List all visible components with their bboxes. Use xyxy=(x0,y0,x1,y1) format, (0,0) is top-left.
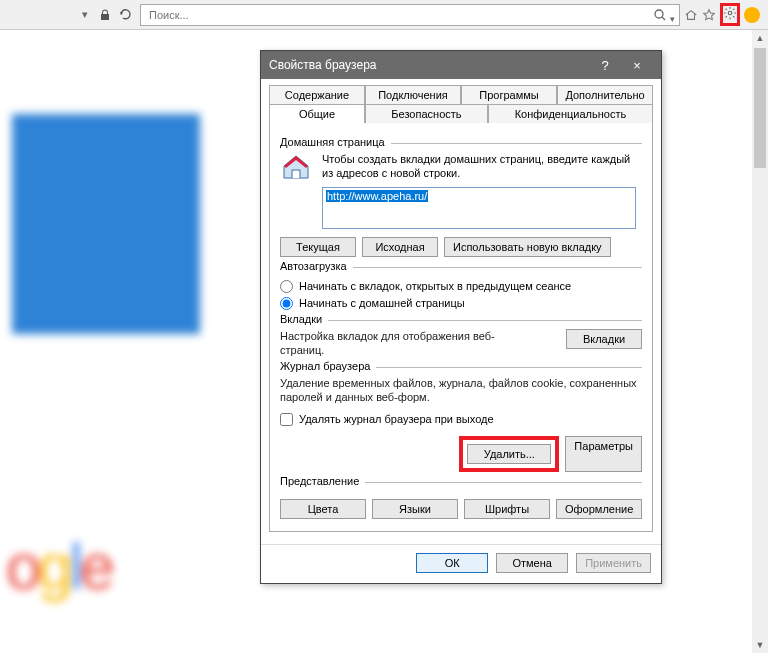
help-button[interactable]: ? xyxy=(589,51,621,79)
tab-privacy[interactable]: Конфиденциальность xyxy=(488,104,653,123)
search-icon[interactable]: ▾ xyxy=(653,8,675,24)
group-tabs-title: Вкладки xyxy=(280,313,328,325)
group-appearance-title: Представление xyxy=(280,475,365,487)
tabs-desc: Настройка вкладок для отображения веб-ст… xyxy=(280,329,510,358)
svg-point-2 xyxy=(728,11,732,15)
btn-colors[interactable]: Цвета xyxy=(280,499,366,519)
history-desc: Удаление временных файлов, журнала, файл… xyxy=(280,376,642,405)
btn-use-current[interactable]: Текущая xyxy=(280,237,356,257)
radio-start-last-session[interactable]: Начинать с вкладок, открытых в предыдуще… xyxy=(280,280,642,293)
home-desc: Чтобы создать вкладки домашних страниц, … xyxy=(322,152,642,181)
search-input[interactable] xyxy=(147,8,673,22)
group-history-title: Журнал браузера xyxy=(280,360,376,372)
group-home-title: Домашняя страница xyxy=(280,136,391,148)
scroll-down-icon[interactable]: ▼ xyxy=(752,637,768,653)
tab-programs[interactable]: Программы xyxy=(461,85,557,104)
internet-options-dialog: Свойства браузера ? × Содержание Подключ… xyxy=(260,50,662,584)
chk-delete-on-exit[interactable]: Удалять журнал браузера при выходе xyxy=(280,413,642,426)
tab-connections[interactable]: Подключения xyxy=(365,85,461,104)
homepage-url-input[interactable]: http://www.apeha.ru/ xyxy=(322,187,636,229)
radio-start-home[interactable]: Начинать с домашней страницы xyxy=(280,297,642,310)
btn-languages[interactable]: Языки xyxy=(372,499,458,519)
group-startup-title: Автозагрузка xyxy=(280,260,353,272)
dropdown-icon[interactable]: ▾ xyxy=(78,8,92,22)
browser-toolbar: ▾ ▾ xyxy=(0,0,768,30)
lock-icon xyxy=(98,8,112,22)
tab-advanced[interactable]: Дополнительно xyxy=(557,85,653,104)
svg-line-1 xyxy=(662,17,665,20)
page-scrollbar[interactable]: ▲ ▼ xyxy=(752,30,768,653)
btn-delete-history[interactable]: Удалить... xyxy=(467,444,551,464)
btn-use-default[interactable]: Исходная xyxy=(362,237,438,257)
btn-tabs-settings[interactable]: Вкладки xyxy=(566,329,642,349)
btn-cancel[interactable]: Отмена xyxy=(496,553,568,573)
dialog-title: Свойства браузера xyxy=(269,58,377,72)
btn-use-newtab[interactable]: Использовать новую вкладку xyxy=(444,237,611,257)
delete-highlight: Удалить... xyxy=(459,436,559,472)
btn-fonts[interactable]: Шрифты xyxy=(464,499,550,519)
home-large-icon xyxy=(280,152,312,180)
gear-highlight xyxy=(720,3,740,26)
btn-apply[interactable]: Применить xyxy=(576,553,651,573)
scroll-up-icon[interactable]: ▲ xyxy=(752,30,768,46)
homepage-url-value: http://www.apeha.ru/ xyxy=(326,190,428,202)
tab-security[interactable]: Безопасность xyxy=(365,104,488,123)
btn-history-settings[interactable]: Параметры xyxy=(565,436,642,472)
tab-content[interactable]: Содержание xyxy=(269,85,365,104)
svg-point-0 xyxy=(655,10,663,18)
close-button[interactable]: × xyxy=(621,51,653,79)
scroll-thumb[interactable] xyxy=(754,48,766,168)
btn-accessibility[interactable]: Оформление xyxy=(556,499,642,519)
btn-ok[interactable]: ОК xyxy=(416,553,488,573)
refresh-icon[interactable] xyxy=(118,8,132,22)
dialog-titlebar[interactable]: Свойства браузера ? × xyxy=(261,51,661,79)
search-input-wrapper[interactable]: ▾ xyxy=(140,4,680,26)
tab-general[interactable]: Общие xyxy=(269,104,365,123)
gear-icon[interactable] xyxy=(723,6,737,20)
smiley-icon[interactable] xyxy=(744,7,760,23)
star-icon[interactable] xyxy=(702,8,716,22)
home-icon[interactable] xyxy=(684,8,698,22)
